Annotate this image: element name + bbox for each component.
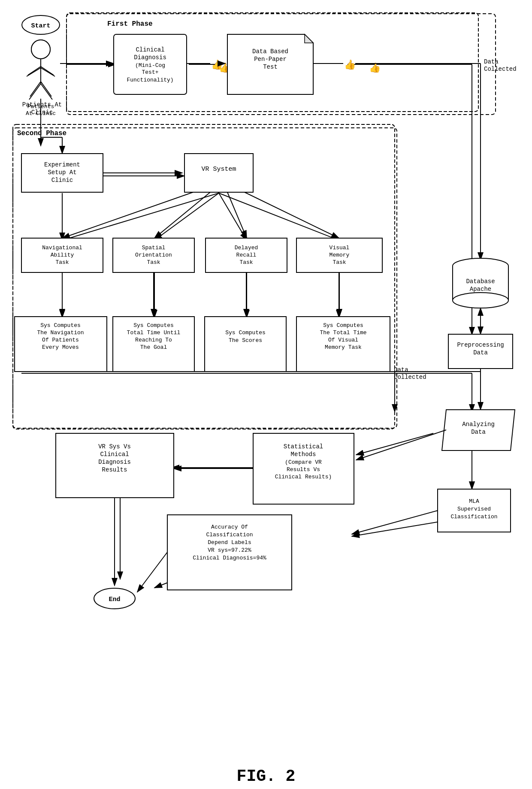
svg-line-6 [28,67,41,75]
svg-text:Depend Labels: Depend Labels [208,539,251,546]
svg-text:Accuracy Of: Accuracy Of [211,524,248,530]
svg-text:Methods: Methods [291,451,316,458]
svg-line-55 [41,84,52,100]
svg-text:(Compare VR: (Compare VR [285,459,322,466]
svg-text:Memory: Memory [329,252,350,258]
svg-text:Start: Start [31,22,50,30]
svg-text:Results: Results [102,466,127,473]
svg-line-173 [352,511,438,534]
diagram-container: 👍 👍 [0,0,532,789]
svg-rect-82 [21,154,103,192]
svg-text:Pen-Paper: Pen-Paper [254,56,287,63]
svg-rect-97 [113,238,194,272]
svg-line-52 [27,68,41,76]
svg-rect-185 [13,128,397,428]
svg-text:The  Navigation: The Navigation [37,330,84,336]
svg-text:FIG. 2: FIG. 2 [237,767,296,786]
svg-text:Data Based: Data Based [252,48,288,55]
svg-line-7 [41,67,54,75]
svg-text:VR System: VR System [201,166,236,173]
svg-text:Setup At: Setup At [48,169,76,176]
svg-marker-67 [227,34,313,94]
svg-text:Every  Moves: Every Moves [42,344,79,351]
svg-rect-174 [167,515,292,590]
svg-text:Of Visual: Of Visual [328,337,358,343]
svg-text:Diagnosis: Diagnosis [98,459,131,466]
svg-rect-147 [448,334,513,369]
svg-rect-163 [56,433,174,498]
svg-rect-86 [184,154,253,192]
svg-text:Orientation: Orientation [135,252,172,258]
svg-rect-113 [15,317,107,372]
svg-text:MLA: MLA [469,498,479,505]
svg-line-24 [219,193,339,240]
svg-text:Functionality): Functionality) [127,77,173,83]
svg-text:First Phase: First Phase [107,20,153,28]
svg-text:Classification: Classification [450,514,497,520]
patients-clinic-label: Patients At Clinic [21,101,63,116]
svg-text:Data: Data [484,58,499,65]
svg-text:👍: 👍 [219,62,231,73]
svg-rect-105 [296,238,382,272]
svg-text:Experiment: Experiment [44,161,80,168]
svg-rect-93 [21,238,103,272]
svg-line-36 [356,433,433,455]
svg-text:Database: Database [466,278,495,285]
svg-text:👍: 👍 [344,59,356,70]
svg-text:The  Scores: The Scores [229,337,262,344]
svg-text:VR Sys Vs: VR Sys Vs [98,443,131,450]
svg-text:Results Vs: Results Vs [287,466,320,473]
svg-text:Apache: Apache [470,286,491,293]
svg-text:Clinical: Clinical [100,451,129,458]
svg-text:Collected: Collected [484,66,517,73]
svg-text:Clinical: Clinical [136,46,164,53]
svg-point-181 [94,588,135,609]
svg-line-22 [154,193,219,240]
svg-text:Clinical Results): Clinical Results) [275,474,332,480]
svg-line-9 [41,82,51,97]
svg-text:Statistical: Statistical [284,443,323,450]
svg-line-21 [62,193,219,240]
svg-text:Memory Task: Memory Task [325,344,362,351]
svg-text:Task: Task [55,259,69,266]
svg-rect-169 [438,489,511,532]
svg-line-23 [219,193,247,240]
svg-text:Preprocessing: Preprocessing [457,342,504,348]
svg-point-136 [453,258,508,274]
svg-marker-151 [442,410,515,450]
svg-text:Diagnosis: Diagnosis [134,54,166,61]
svg-text:The Goal: The Goal [140,344,167,351]
svg-text:👍: 👍 [369,62,381,73]
svg-rect-59 [114,34,187,94]
svg-rect-184 [66,14,496,115]
svg-text:Sys Computes: Sys Computes [323,322,363,329]
svg-text:Test+: Test+ [142,69,158,76]
svg-text:Navigational: Navigational [42,245,82,251]
svg-text:Second Phase: Second Phase [17,130,66,137]
svg-text:Data: Data [394,366,408,373]
svg-text:Total Time Until: Total Time Until [127,330,181,336]
svg-line-40 [154,549,253,588]
svg-rect-156 [253,433,354,504]
svg-text:End: End [109,596,120,603]
svg-text:Sys Computes: Sys Computes [133,322,174,329]
svg-line-90 [154,192,210,238]
svg-text:Test: Test [263,63,278,70]
svg-text:Data: Data [471,429,486,435]
svg-rect-3 [13,124,395,429]
svg-line-8 [30,82,41,97]
svg-text:Sys Computes: Sys Computes [40,322,81,329]
svg-line-39 [352,519,455,536]
svg-text:Reaching To: Reaching To [135,337,172,343]
svg-text:Data: Data [473,349,488,356]
svg-text:Classification: Classification [206,532,253,538]
svg-point-50 [31,40,50,59]
svg-point-4 [31,40,50,59]
svg-text:Task: Task [147,259,160,266]
svg-point-140 [453,293,508,308]
svg-text:Clinical Diagnosis=94%: Clinical Diagnosis=94% [193,555,266,561]
svg-rect-2 [66,13,478,112]
svg-point-48 [22,15,60,34]
svg-line-180 [137,552,167,592]
svg-rect-118 [113,317,194,372]
